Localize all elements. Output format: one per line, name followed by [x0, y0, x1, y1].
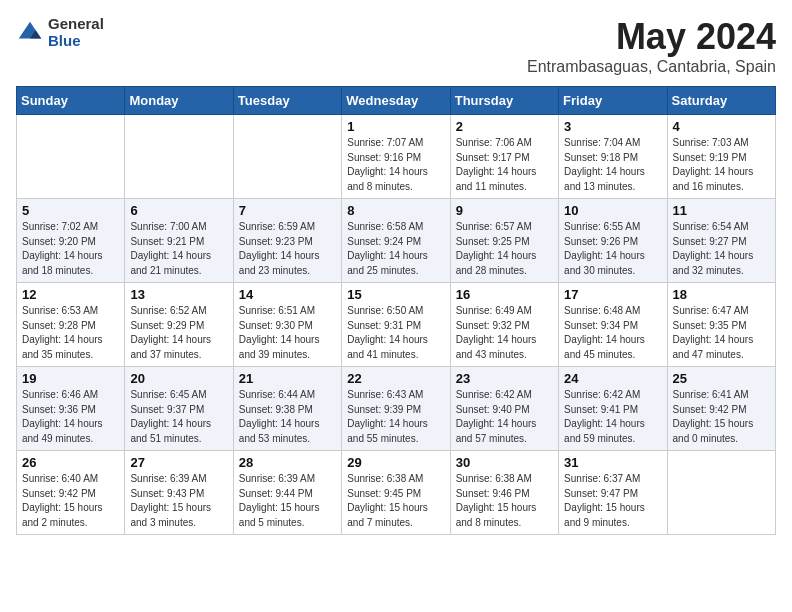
calendar-day-cell: 21Sunrise: 6:44 AM Sunset: 9:38 PM Dayli… — [233, 367, 341, 451]
day-number: 1 — [347, 119, 444, 134]
calendar-day-cell: 19Sunrise: 6:46 AM Sunset: 9:36 PM Dayli… — [17, 367, 125, 451]
calendar-day-cell: 12Sunrise: 6:53 AM Sunset: 9:28 PM Dayli… — [17, 283, 125, 367]
calendar-day-cell: 26Sunrise: 6:40 AM Sunset: 9:42 PM Dayli… — [17, 451, 125, 535]
calendar-day-cell — [233, 115, 341, 199]
calendar-day-cell: 22Sunrise: 6:43 AM Sunset: 9:39 PM Dayli… — [342, 367, 450, 451]
day-of-week-header: Saturday — [667, 87, 775, 115]
logo: General Blue — [16, 16, 104, 49]
calendar-day-cell: 11Sunrise: 6:54 AM Sunset: 9:27 PM Dayli… — [667, 199, 775, 283]
month-title: May 2024 — [527, 16, 776, 58]
logo-icon — [16, 19, 44, 47]
day-info: Sunrise: 7:00 AM Sunset: 9:21 PM Dayligh… — [130, 220, 227, 278]
day-info: Sunrise: 6:51 AM Sunset: 9:30 PM Dayligh… — [239, 304, 336, 362]
day-info: Sunrise: 6:48 AM Sunset: 9:34 PM Dayligh… — [564, 304, 661, 362]
day-info: Sunrise: 6:55 AM Sunset: 9:26 PM Dayligh… — [564, 220, 661, 278]
day-number: 14 — [239, 287, 336, 302]
day-info: Sunrise: 7:06 AM Sunset: 9:17 PM Dayligh… — [456, 136, 553, 194]
day-number: 9 — [456, 203, 553, 218]
day-info: Sunrise: 7:03 AM Sunset: 9:19 PM Dayligh… — [673, 136, 770, 194]
day-info: Sunrise: 6:42 AM Sunset: 9:41 PM Dayligh… — [564, 388, 661, 446]
day-info: Sunrise: 6:49 AM Sunset: 9:32 PM Dayligh… — [456, 304, 553, 362]
day-number: 23 — [456, 371, 553, 386]
day-info: Sunrise: 6:59 AM Sunset: 9:23 PM Dayligh… — [239, 220, 336, 278]
day-of-week-header: Friday — [559, 87, 667, 115]
day-number: 24 — [564, 371, 661, 386]
day-info: Sunrise: 6:40 AM Sunset: 9:42 PM Dayligh… — [22, 472, 119, 530]
day-number: 17 — [564, 287, 661, 302]
calendar-day-cell: 18Sunrise: 6:47 AM Sunset: 9:35 PM Dayli… — [667, 283, 775, 367]
day-number: 30 — [456, 455, 553, 470]
day-number: 21 — [239, 371, 336, 386]
day-info: Sunrise: 7:04 AM Sunset: 9:18 PM Dayligh… — [564, 136, 661, 194]
day-info: Sunrise: 6:46 AM Sunset: 9:36 PM Dayligh… — [22, 388, 119, 446]
calendar-day-cell: 15Sunrise: 6:50 AM Sunset: 9:31 PM Dayli… — [342, 283, 450, 367]
day-number: 25 — [673, 371, 770, 386]
calendar-week-row: 19Sunrise: 6:46 AM Sunset: 9:36 PM Dayli… — [17, 367, 776, 451]
calendar-day-cell: 7Sunrise: 6:59 AM Sunset: 9:23 PM Daylig… — [233, 199, 341, 283]
day-number: 7 — [239, 203, 336, 218]
day-number: 3 — [564, 119, 661, 134]
day-info: Sunrise: 6:37 AM Sunset: 9:47 PM Dayligh… — [564, 472, 661, 530]
calendar-day-cell: 10Sunrise: 6:55 AM Sunset: 9:26 PM Dayli… — [559, 199, 667, 283]
calendar-day-cell: 9Sunrise: 6:57 AM Sunset: 9:25 PM Daylig… — [450, 199, 558, 283]
day-info: Sunrise: 6:44 AM Sunset: 9:38 PM Dayligh… — [239, 388, 336, 446]
calendar-day-cell: 2Sunrise: 7:06 AM Sunset: 9:17 PM Daylig… — [450, 115, 558, 199]
calendar-header-row: SundayMondayTuesdayWednesdayThursdayFrid… — [17, 87, 776, 115]
day-number: 2 — [456, 119, 553, 134]
calendar-day-cell: 5Sunrise: 7:02 AM Sunset: 9:20 PM Daylig… — [17, 199, 125, 283]
calendar-day-cell — [17, 115, 125, 199]
calendar-day-cell: 27Sunrise: 6:39 AM Sunset: 9:43 PM Dayli… — [125, 451, 233, 535]
calendar-week-row: 12Sunrise: 6:53 AM Sunset: 9:28 PM Dayli… — [17, 283, 776, 367]
logo-text: General Blue — [48, 16, 104, 49]
day-info: Sunrise: 7:02 AM Sunset: 9:20 PM Dayligh… — [22, 220, 119, 278]
calendar-day-cell: 4Sunrise: 7:03 AM Sunset: 9:19 PM Daylig… — [667, 115, 775, 199]
page-header: General Blue May 2024 Entrambasaguas, Ca… — [16, 16, 776, 76]
day-number: 8 — [347, 203, 444, 218]
calendar-day-cell: 23Sunrise: 6:42 AM Sunset: 9:40 PM Dayli… — [450, 367, 558, 451]
calendar-day-cell: 29Sunrise: 6:38 AM Sunset: 9:45 PM Dayli… — [342, 451, 450, 535]
calendar-day-cell: 3Sunrise: 7:04 AM Sunset: 9:18 PM Daylig… — [559, 115, 667, 199]
day-number: 29 — [347, 455, 444, 470]
calendar-day-cell: 13Sunrise: 6:52 AM Sunset: 9:29 PM Dayli… — [125, 283, 233, 367]
calendar-week-row: 5Sunrise: 7:02 AM Sunset: 9:20 PM Daylig… — [17, 199, 776, 283]
day-of-week-header: Thursday — [450, 87, 558, 115]
day-of-week-header: Monday — [125, 87, 233, 115]
calendar-day-cell: 25Sunrise: 6:41 AM Sunset: 9:42 PM Dayli… — [667, 367, 775, 451]
calendar-day-cell: 6Sunrise: 7:00 AM Sunset: 9:21 PM Daylig… — [125, 199, 233, 283]
day-number: 18 — [673, 287, 770, 302]
day-info: Sunrise: 6:52 AM Sunset: 9:29 PM Dayligh… — [130, 304, 227, 362]
day-info: Sunrise: 6:54 AM Sunset: 9:27 PM Dayligh… — [673, 220, 770, 278]
calendar-day-cell: 30Sunrise: 6:38 AM Sunset: 9:46 PM Dayli… — [450, 451, 558, 535]
day-number: 16 — [456, 287, 553, 302]
calendar-day-cell: 14Sunrise: 6:51 AM Sunset: 9:30 PM Dayli… — [233, 283, 341, 367]
day-number: 5 — [22, 203, 119, 218]
calendar-week-row: 26Sunrise: 6:40 AM Sunset: 9:42 PM Dayli… — [17, 451, 776, 535]
calendar-week-row: 1Sunrise: 7:07 AM Sunset: 9:16 PM Daylig… — [17, 115, 776, 199]
day-number: 4 — [673, 119, 770, 134]
calendar-day-cell — [667, 451, 775, 535]
calendar-day-cell: 31Sunrise: 6:37 AM Sunset: 9:47 PM Dayli… — [559, 451, 667, 535]
day-number: 11 — [673, 203, 770, 218]
day-info: Sunrise: 6:38 AM Sunset: 9:45 PM Dayligh… — [347, 472, 444, 530]
calendar-day-cell: 16Sunrise: 6:49 AM Sunset: 9:32 PM Dayli… — [450, 283, 558, 367]
day-info: Sunrise: 6:57 AM Sunset: 9:25 PM Dayligh… — [456, 220, 553, 278]
day-of-week-header: Tuesday — [233, 87, 341, 115]
day-info: Sunrise: 6:39 AM Sunset: 9:43 PM Dayligh… — [130, 472, 227, 530]
day-info: Sunrise: 6:38 AM Sunset: 9:46 PM Dayligh… — [456, 472, 553, 530]
calendar-day-cell: 17Sunrise: 6:48 AM Sunset: 9:34 PM Dayli… — [559, 283, 667, 367]
day-number: 13 — [130, 287, 227, 302]
calendar-day-cell — [125, 115, 233, 199]
day-number: 15 — [347, 287, 444, 302]
logo-blue-text: Blue — [48, 33, 104, 50]
day-info: Sunrise: 6:43 AM Sunset: 9:39 PM Dayligh… — [347, 388, 444, 446]
day-info: Sunrise: 6:42 AM Sunset: 9:40 PM Dayligh… — [456, 388, 553, 446]
day-info: Sunrise: 6:39 AM Sunset: 9:44 PM Dayligh… — [239, 472, 336, 530]
day-number: 20 — [130, 371, 227, 386]
day-info: Sunrise: 6:45 AM Sunset: 9:37 PM Dayligh… — [130, 388, 227, 446]
title-block: May 2024 Entrambasaguas, Cantabria, Spai… — [527, 16, 776, 76]
day-number: 10 — [564, 203, 661, 218]
day-number: 19 — [22, 371, 119, 386]
logo-general-text: General — [48, 16, 104, 33]
location-subtitle: Entrambasaguas, Cantabria, Spain — [527, 58, 776, 76]
calendar-day-cell: 28Sunrise: 6:39 AM Sunset: 9:44 PM Dayli… — [233, 451, 341, 535]
